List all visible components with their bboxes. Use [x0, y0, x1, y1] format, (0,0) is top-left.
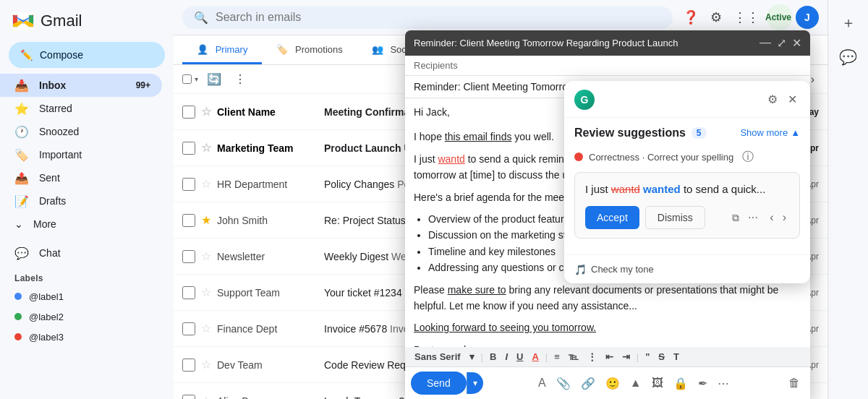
star-button[interactable]: ☆	[201, 141, 211, 155]
star-button[interactable]: ☆	[201, 249, 211, 263]
select-all-area[interactable]: ▾	[182, 74, 198, 84]
email-checkbox[interactable]	[182, 250, 195, 263]
search-input[interactable]	[216, 11, 661, 24]
emoji-button[interactable]: 🙂	[601, 372, 624, 395]
quote-button[interactable]: "	[642, 350, 653, 364]
settings-button[interactable]: ⚙	[706, 5, 726, 30]
email-checkbox[interactable]	[182, 214, 195, 227]
sidebar-item-starred[interactable]: ⭐ Starred	[0, 97, 162, 120]
star-button[interactable]: ☆	[201, 358, 211, 372]
unordered-list-button[interactable]: ⋮	[584, 350, 600, 364]
formatting-button[interactable]: A	[534, 372, 550, 394]
star-button[interactable]: ☆	[201, 105, 211, 119]
email-checkbox[interactable]	[182, 395, 195, 400]
bold-button[interactable]: B	[486, 350, 500, 364]
suggestion-info-button[interactable]: ⓘ	[739, 148, 757, 166]
help-button[interactable]: ❓	[678, 5, 703, 30]
compose-toolbar: Send ▾ A 📎 🔗 🙂 ▲ 🖼 🔒 ✒ ⋯ 🗑	[405, 366, 810, 399]
maximize-button[interactable]: ⤢	[777, 36, 786, 50]
star-button[interactable]: ☆	[201, 322, 211, 335]
lock-button[interactable]: 🔒	[669, 372, 692, 395]
tab-promotions[interactable]: 🏷️ Promotions	[262, 35, 357, 64]
ordered-list-button[interactable]: ℡	[565, 350, 582, 364]
clear-format-button[interactable]: T	[670, 350, 683, 364]
check-tone-button[interactable]: Check my tone	[591, 261, 654, 278]
right-panel-chat-button[interactable]: 💬	[831, 41, 866, 73]
label-item-2[interactable]: @label2	[0, 306, 162, 327]
compose-button[interactable]: ✏️ Compose	[9, 42, 165, 68]
star-button[interactable]: ☆	[201, 394, 211, 399]
search-bar[interactable]: 🔍	[182, 7, 673, 29]
star-button[interactable]: ☆	[201, 286, 211, 299]
indent-more-button[interactable]: ⇥	[618, 350, 634, 364]
apps-button[interactable]: ⋮⋮	[729, 5, 764, 30]
suggestion-extra-icons: ⧉ ⋯	[729, 206, 761, 229]
underline-button[interactable]: U	[513, 350, 527, 364]
show-more-button[interactable]: Show more ▲	[740, 127, 800, 138]
minimize-button[interactable]: —	[760, 36, 771, 50]
review-count-badge: 5	[692, 127, 707, 139]
tab-primary[interactable]: 👤 Primary	[182, 35, 262, 64]
font-size-button[interactable]: ▾	[466, 350, 478, 364]
more-options-button[interactable]: ⋮	[230, 68, 250, 90]
link-button[interactable]: 🔗	[576, 372, 600, 395]
sidebar-item-chat[interactable]: 💬 Chat	[0, 241, 162, 265]
indent-less-button[interactable]: ⇤	[602, 350, 617, 364]
email-checkbox[interactable]	[182, 178, 195, 191]
email-checkbox[interactable]	[182, 286, 195, 299]
align-button[interactable]: ≡	[550, 350, 563, 364]
label-dot-2	[14, 313, 22, 320]
grammarly-settings-button[interactable]: ⚙	[765, 91, 780, 108]
select-all-checkbox[interactable]	[182, 74, 192, 84]
chevron-up-icon: ▲	[791, 127, 800, 138]
sidebar-item-inbox[interactable]: 📥 Inbox 99+	[0, 74, 162, 97]
label-dot-3	[14, 333, 22, 340]
sidebar-item-important[interactable]: 🏷️ Important	[0, 143, 162, 166]
dismiss-button[interactable]: Dismiss	[645, 206, 705, 229]
italic-button[interactable]: I	[501, 350, 511, 364]
email-checkbox[interactable]	[182, 142, 195, 155]
review-title-text: Review suggestions	[574, 126, 686, 140]
label-item-1[interactable]: @label1	[0, 286, 162, 306]
tone-icon: 🎵	[574, 264, 587, 275]
star-button[interactable]: ☆	[201, 177, 211, 191]
copy-suggestion-button[interactable]: ⧉	[729, 206, 742, 229]
search-icon: 🔍	[194, 11, 208, 25]
more-options-button[interactable]: ⋯	[713, 372, 733, 395]
email-checkbox[interactable]	[182, 106, 195, 119]
sidebar-more-button[interactable]: ⌄ More	[0, 213, 174, 236]
text-color-button[interactable]: A	[528, 350, 542, 364]
refresh-button[interactable]: 🔄	[203, 68, 226, 90]
email-checkbox[interactable]	[182, 322, 195, 335]
strikethrough-button[interactable]: S	[655, 350, 668, 364]
suggestion-type-area: Correctness · Correct your spelling ⓘ	[574, 148, 800, 166]
sign-button[interactable]: ✒	[694, 372, 712, 395]
label-item-3[interactable]: @label3	[0, 327, 162, 347]
photo-button[interactable]: 🖼	[647, 372, 668, 394]
accept-button[interactable]: Accept	[585, 206, 639, 229]
drive-button[interactable]: ▲	[626, 372, 646, 394]
prev-suggestion-button[interactable]: ‹	[767, 208, 776, 227]
grammarly-close-button[interactable]: ✕	[785, 91, 800, 108]
avatar[interactable]: J	[796, 6, 819, 29]
compose-close-button[interactable]: ✕	[792, 36, 801, 50]
sidebar-item-sent[interactable]: 📤 Sent	[0, 166, 162, 189]
star-button[interactable]: ★	[201, 213, 211, 227]
font-name-button[interactable]: Sans Serif	[411, 350, 464, 364]
labels-section-header: Labels	[0, 265, 174, 286]
discard-button[interactable]: 🗑	[784, 372, 804, 394]
right-panel: ＋ 💬	[827, 0, 868, 399]
next-suggestion-button[interactable]: ›	[780, 208, 789, 227]
more-suggestion-button[interactable]: ⋯	[745, 206, 761, 229]
review-section: Review suggestions 5 Show more ▲ Correct…	[564, 118, 810, 255]
sidebar-item-drafts[interactable]: 📝 Drafts	[0, 189, 162, 213]
sidebar-item-snoozed[interactable]: 🕐 Snoozed	[0, 120, 162, 143]
attach-button[interactable]: 📎	[552, 372, 575, 395]
send-options-button[interactable]: ▾	[467, 372, 483, 394]
grammarly-popup: G ⚙ ✕ Review suggestions 5 Show more ▲ C…	[564, 81, 810, 284]
select-arrow[interactable]: ▾	[195, 75, 198, 83]
email-checkbox[interactable]	[182, 359, 195, 372]
send-button[interactable]: Send	[411, 372, 467, 395]
right-panel-add-button[interactable]: ＋	[831, 6, 866, 40]
active-status-button[interactable]: Active	[767, 4, 793, 30]
